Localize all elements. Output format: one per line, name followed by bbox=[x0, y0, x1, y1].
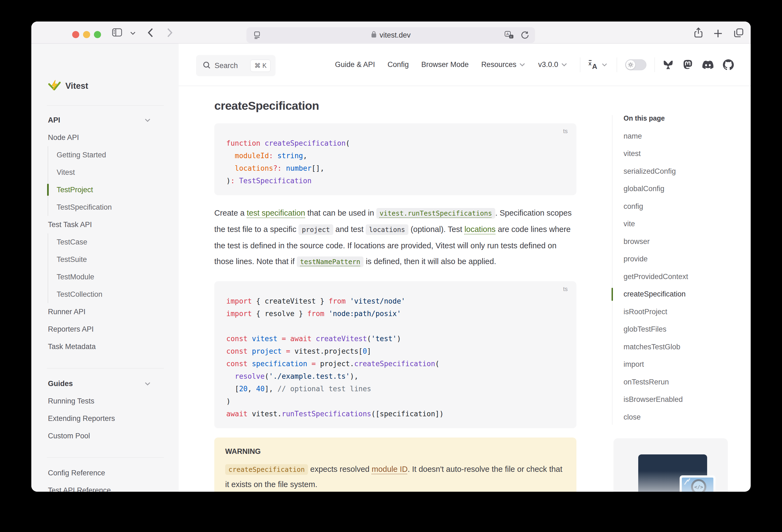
sidebar-item-config-reference[interactable]: Config Reference bbox=[48, 464, 179, 482]
lock-icon bbox=[371, 31, 377, 40]
sponsor-card[interactable]: </> bbox=[613, 438, 728, 492]
description-paragraph: Create a test specification that can be … bbox=[214, 205, 576, 270]
code-block-signature: ts function createSpecification( moduleI… bbox=[214, 123, 576, 195]
reload-icon[interactable] bbox=[521, 31, 529, 41]
toc-item-globtestfiles[interactable]: globTestFiles bbox=[624, 321, 727, 339]
toc-item-provide[interactable]: provide bbox=[624, 250, 727, 268]
sidebar-item-reporters-api[interactable]: Reporters API bbox=[48, 320, 179, 338]
share-icon[interactable] bbox=[693, 28, 704, 38]
translate-icon[interactable]: A x bbox=[504, 31, 514, 41]
nav-guide-api[interactable]: Guide & API bbox=[335, 61, 375, 69]
fullscreen-window-button[interactable] bbox=[94, 31, 101, 38]
code-signature[interactable]: function createSpecification( moduleId: … bbox=[226, 137, 566, 187]
nav-browser-mode[interactable]: Browser Mode bbox=[421, 61, 469, 69]
sidebar-item-testcase[interactable]: TestCase bbox=[57, 233, 179, 251]
inline-code-project: project bbox=[298, 224, 333, 235]
chevron-down-icon bbox=[144, 382, 151, 386]
svg-text:x: x bbox=[589, 60, 592, 66]
toc-divider bbox=[612, 115, 612, 425]
tab-overview-icon[interactable] bbox=[733, 28, 744, 38]
desktop: vitest.dev A x bbox=[0, 0, 782, 532]
toc-list: namevitestserializedConfigglobalConfigco… bbox=[624, 128, 727, 426]
theme-toggle[interactable] bbox=[625, 59, 646, 70]
toc-active-marker bbox=[611, 288, 613, 301]
sidebar-toggle-icon[interactable] bbox=[112, 28, 122, 37]
toc-item-config[interactable]: config bbox=[624, 198, 727, 215]
code-lang-badge: ts bbox=[563, 286, 568, 293]
chevron-down-icon bbox=[144, 118, 151, 122]
page-title: createSpecification bbox=[214, 99, 576, 112]
search-label: Search bbox=[215, 62, 246, 70]
github-icon[interactable] bbox=[723, 59, 734, 70]
back-button[interactable] bbox=[147, 28, 154, 38]
inline-link-testnamepattern[interactable]: testNamePattern bbox=[297, 256, 363, 267]
toc-item-serializedconfig[interactable]: serializedConfig bbox=[624, 163, 727, 180]
sidebar-item-testproject[interactable]: TestProject bbox=[57, 181, 179, 199]
inline-link-test-specification[interactable]: test specification bbox=[247, 209, 305, 217]
chevron-down-icon bbox=[519, 63, 526, 67]
sidebar-item-runner-api[interactable]: Runner API bbox=[48, 303, 179, 320]
sidebar-item-task-metadata[interactable]: Task Metadata bbox=[48, 338, 179, 355]
nav-v3-0-0[interactable]: v3.0.0 bbox=[538, 61, 567, 69]
sidebar-item-vitest[interactable]: Vitest bbox=[57, 164, 179, 181]
forward-button[interactable] bbox=[166, 28, 173, 38]
sidebar-item-getting-started[interactable]: Getting Started bbox=[57, 146, 179, 164]
sidebar-item-node-api[interactable]: Node API bbox=[48, 129, 179, 146]
toc-item-getprovidedcontext[interactable]: getProvidedContext bbox=[624, 268, 727, 286]
svg-text:A: A bbox=[506, 32, 509, 36]
sidebar-item-test-task-api[interactable]: Test Task API bbox=[48, 216, 179, 233]
sidebar-divider bbox=[47, 105, 164, 106]
minimize-window-button[interactable] bbox=[83, 31, 90, 38]
sidebar-item-testmodule[interactable]: TestModule bbox=[57, 268, 179, 286]
address-bar[interactable]: vitest.dev A x bbox=[246, 27, 535, 43]
toc-item-globalconfig[interactable]: globalConfig bbox=[624, 180, 727, 198]
sidebar-item-test-api-reference[interactable]: Test API Reference bbox=[48, 482, 179, 492]
search-shortcut: ⌘ K bbox=[250, 60, 271, 72]
sidebar-nav: APINode APIGetting StartedVitestTestProj… bbox=[31, 111, 179, 492]
toc-item-createspecification[interactable]: createSpecification bbox=[624, 286, 727, 303]
toc-item-browser[interactable]: browser bbox=[624, 233, 727, 250]
nav-config[interactable]: Config bbox=[387, 61, 409, 69]
toc-item-isrootproject[interactable]: isRootProject bbox=[624, 303, 727, 321]
new-tab-icon[interactable] bbox=[713, 29, 723, 38]
toc-item-ontestsrerun[interactable]: onTestsRerun bbox=[624, 373, 727, 391]
warning-title: WARNING bbox=[225, 447, 566, 456]
search-icon bbox=[203, 61, 211, 70]
sidebar-item-testsuite[interactable]: TestSuite bbox=[57, 251, 179, 268]
inline-code-locations: locations bbox=[366, 224, 408, 235]
bluesky-icon[interactable] bbox=[663, 60, 673, 70]
toc-item-name[interactable]: name bbox=[624, 128, 727, 145]
sidebar-section-guides[interactable]: Guides bbox=[48, 375, 164, 392]
code-example[interactable]: import { createVitest } from 'vitest/nod… bbox=[226, 295, 566, 420]
site-logo[interactable]: Vitest bbox=[48, 80, 88, 92]
sidebar-item-custom-pool[interactable]: Custom Pool bbox=[48, 427, 179, 445]
sidebar-section-api[interactable]: API bbox=[48, 111, 164, 129]
close-window-button[interactable] bbox=[72, 31, 79, 38]
toc-item-isbrowserenabled[interactable]: isBrowserEnabled bbox=[624, 391, 727, 409]
search-button[interactable]: Search ⌘ K bbox=[196, 55, 276, 76]
toc-item-import[interactable]: import bbox=[624, 356, 727, 374]
toc-item-close[interactable]: close bbox=[624, 409, 727, 426]
sidebar-item-extending-reporters[interactable]: Extending Reporters bbox=[48, 410, 179, 427]
sidebar-item-testcollection[interactable]: TestCollection bbox=[57, 286, 179, 303]
toc-item-matchestestglob[interactable]: matchesTestGlob bbox=[624, 338, 727, 356]
header-divider bbox=[654, 58, 655, 72]
chevron-down-icon bbox=[561, 63, 567, 67]
window-controls bbox=[72, 31, 101, 38]
url-text[interactable]: vitest.dev bbox=[380, 31, 411, 39]
mastodon-icon[interactable] bbox=[683, 60, 693, 70]
nav-resources[interactable]: Resources bbox=[481, 61, 526, 69]
toc-item-vitest[interactable]: vitest bbox=[624, 145, 727, 163]
language-select[interactable]: x A bbox=[589, 60, 607, 70]
inline-link-vitest-runtestspecifications[interactable]: vitest.runTestSpecifications bbox=[376, 208, 495, 219]
discord-icon[interactable] bbox=[702, 60, 714, 69]
sidebar-subgroup: TestCaseTestSuiteTestModuleTestCollectio… bbox=[48, 233, 179, 303]
sidebar-item-testspecification[interactable]: TestSpecification bbox=[57, 199, 179, 216]
sidebar-item-running-tests[interactable]: Running Tests bbox=[48, 392, 179, 410]
toc-item-vite[interactable]: vite bbox=[624, 215, 727, 233]
sidebar-chevron-icon[interactable] bbox=[130, 31, 136, 35]
site-header: Search ⌘ K Guide & APIConfigBrowser Mode… bbox=[179, 43, 751, 86]
inline-link-locations[interactable]: locations bbox=[464, 225, 496, 234]
inline-link-module-id[interactable]: module ID bbox=[372, 465, 407, 473]
toc-title: On this page bbox=[624, 114, 665, 122]
